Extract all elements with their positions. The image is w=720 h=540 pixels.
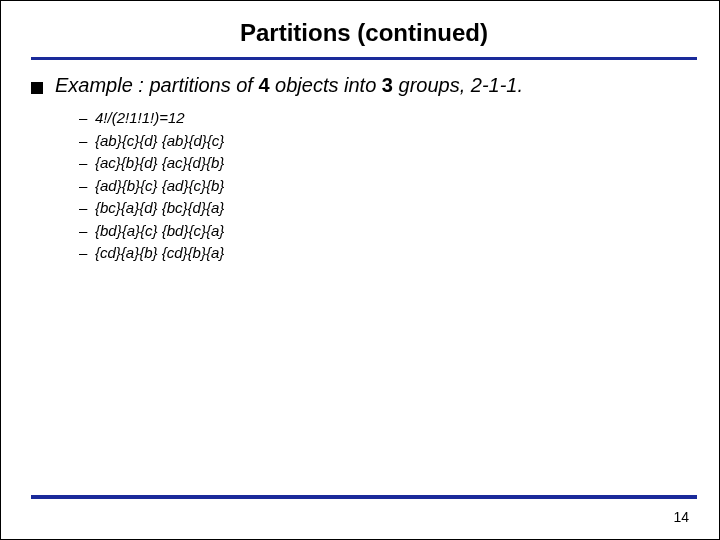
example-count-objects: 4 (258, 74, 269, 96)
dash-icon: – (79, 175, 95, 198)
list-item: –{ad}{b}{c} {ad}{c}{b} (79, 175, 697, 198)
title-rule (31, 57, 697, 60)
list-item-text: {cd}{a}{b} {cd}{b}{a} (95, 242, 224, 265)
page-number: 14 (673, 509, 689, 525)
example-prefix: Example : partitions of (55, 74, 258, 96)
example-count-groups: 3 (382, 74, 393, 96)
dash-icon: – (79, 130, 95, 153)
dash-icon: – (79, 197, 95, 220)
dash-icon: – (79, 152, 95, 175)
list-item: –4!/(2!1!1!)=12 (79, 107, 697, 130)
list-item-text: {bd}{a}{c} {bd}{c}{a} (95, 220, 224, 243)
example-suffix: groups, 2-1-1. (393, 74, 523, 96)
list-item: –{cd}{a}{b} {cd}{b}{a} (79, 242, 697, 265)
list-item-text: {ad}{b}{c} {ad}{c}{b} (95, 175, 224, 198)
list-item: –{ac}{b}{d} {ac}{d}{b} (79, 152, 697, 175)
list-item-text: 4!/(2!1!1!)=12 (95, 107, 185, 130)
footer-rule (31, 495, 697, 499)
list-item: –{bd}{a}{c} {bd}{c}{a} (79, 220, 697, 243)
list-item: –{bc}{a}{d} {bc}{d}{a} (79, 197, 697, 220)
example-text: Example : partitions of 4 objects into 3… (55, 74, 523, 97)
example-mid: objects into (270, 74, 382, 96)
list-item: –{ab}{c}{d} {ab}{d}{c} (79, 130, 697, 153)
list-item-text: {bc}{a}{d} {bc}{d}{a} (95, 197, 224, 220)
list-item-text: {ab}{c}{d} {ab}{d}{c} (95, 130, 224, 153)
page-title: Partitions (continued) (31, 19, 697, 47)
dash-icon: – (79, 107, 95, 130)
dash-icon: – (79, 242, 95, 265)
slide: Partitions (continued) Example : partiti… (0, 0, 720, 540)
list-item-text: {ac}{b}{d} {ac}{d}{b} (95, 152, 224, 175)
example-line: Example : partitions of 4 objects into 3… (31, 74, 697, 97)
partition-list: –4!/(2!1!1!)=12 –{ab}{c}{d} {ab}{d}{c} –… (31, 107, 697, 265)
dash-icon: – (79, 220, 95, 243)
square-bullet-icon (31, 82, 43, 94)
